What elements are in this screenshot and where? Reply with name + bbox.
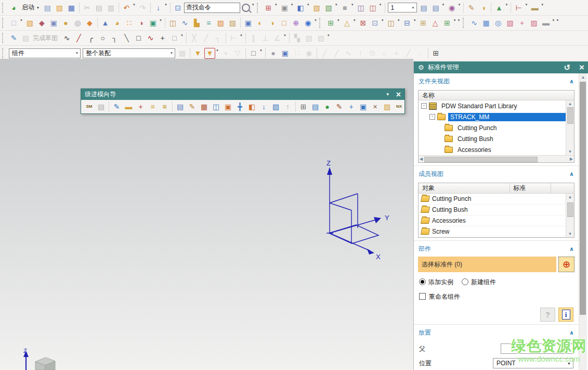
- rotate-view-icon-dropdown[interactable]: ▼: [458, 3, 461, 6]
- panel-titlebar[interactable]: ⚙ 标准件管理 ↺ ×: [414, 61, 588, 73]
- member-vertical-scrollbar[interactable]: ▲ ▼: [566, 194, 574, 237]
- rapid-dimension-icon-dropdown[interactable]: ▼: [240, 34, 243, 37]
- window-layout-icon[interactable]: ⊞: [263, 2, 274, 13]
- hole-icon[interactable]: ▣: [48, 18, 59, 29]
- shaded-object-icon[interactable]: ●: [268, 48, 279, 59]
- profile-icon[interactable]: ∿: [61, 33, 72, 44]
- tree-item-pdw-standard-part-library[interactable]: -PDW Standard Part Library: [419, 100, 566, 111]
- bend-icon[interactable]: ◐: [255, 18, 266, 29]
- ruler-icon[interactable]: ▬: [529, 2, 540, 13]
- sheet-ops-icon-dropdown[interactable]: ▼: [552, 19, 555, 22]
- datum-csys-wireframe[interactable]: Z Y X: [312, 159, 406, 263]
- select-filter-icon[interactable]: ▼: [192, 48, 203, 59]
- view-triad-icon[interactable]: ▲: [493, 2, 504, 13]
- utilities-icon[interactable]: ×: [370, 101, 381, 112]
- replace-face-icon[interactable]: ⊡: [370, 18, 381, 29]
- immersive-view-icon[interactable]: ◫: [368, 2, 378, 13]
- point-set-icon[interactable]: ◉: [303, 18, 313, 29]
- render-style-icon-dropdown[interactable]: ▼: [291, 3, 294, 6]
- point-set-icon-dropdown[interactable]: ▼: [314, 19, 317, 22]
- frame-icon[interactable]: □: [279, 18, 290, 29]
- render-style-icon[interactable]: ▣: [279, 2, 290, 13]
- panel-close-icon[interactable]: ×: [579, 63, 584, 72]
- parent-select[interactable]: ▼: [501, 343, 573, 354]
- offset-curve-icon-dropdown[interactable]: ▼: [180, 34, 184, 37]
- synchronous-add-icon[interactable]: ⊞: [325, 18, 336, 29]
- unbend-icon[interactable]: ◑: [267, 18, 278, 29]
- studio-spline-icon[interactable]: ∿: [145, 33, 156, 44]
- trim-body-icon[interactable]: ◫: [167, 18, 178, 29]
- blank-layout-icon[interactable]: ▬: [123, 101, 134, 112]
- shell-icon[interactable]: ◆: [84, 18, 95, 29]
- new-file-icon[interactable]: ▤: [42, 2, 53, 13]
- member-row-cutting-bush[interactable]: Cutting Bush: [419, 205, 566, 215]
- scroll-up-icon[interactable]: ▲: [579, 73, 587, 80]
- scrap-design-icon[interactable]: +: [135, 101, 146, 112]
- project-copy-icon[interactable]: ▤: [96, 101, 107, 112]
- undo-icon-dropdown[interactable]: ▼: [133, 3, 136, 6]
- folder-view-collapse-icon[interactable]: ∧: [569, 78, 574, 85]
- toolbar-drag-handle[interactable]: [257, 3, 260, 13]
- toolbar-drag-handle[interactable]: [2, 33, 5, 43]
- work-part-icon[interactable]: ▣: [280, 48, 291, 59]
- undo-icon[interactable]: ↶: [121, 2, 132, 13]
- command-search-input[interactable]: [184, 3, 240, 13]
- sheet-ops-icon[interactable]: ▬: [541, 18, 552, 29]
- line-icon[interactable]: ╱: [73, 33, 84, 44]
- start-button[interactable]: 启动▼: [20, 2, 42, 13]
- ruler-icon-dropdown[interactable]: ▼: [541, 3, 544, 6]
- wizard-dropdown-icon[interactable]: ▼: [386, 92, 390, 97]
- show-hide-icon[interactable]: ◫: [356, 2, 367, 13]
- circle-icon[interactable]: ○: [97, 33, 108, 44]
- toolbar-drag-handle[interactable]: [319, 18, 322, 28]
- scroll-up-icon[interactable]: ▲: [568, 101, 572, 106]
- toolbar-drag-handle[interactable]: [2, 48, 5, 58]
- sketch-insert-icon[interactable]: ✎: [187, 101, 198, 112]
- panel-scrollbar[interactable]: ▲: [579, 73, 587, 370]
- material-stack-icon[interactable]: ▧: [382, 101, 393, 112]
- ball-face-icon[interactable]: △: [342, 18, 352, 29]
- layer-settings-icon[interactable]: ▧: [323, 2, 334, 13]
- tree-expander-icon[interactable]: -: [429, 114, 435, 120]
- information-button[interactable]: i: [558, 308, 573, 322]
- offset-curve-icon[interactable]: □: [169, 33, 180, 44]
- orient-view-icon-dropdown[interactable]: ▼: [307, 3, 310, 6]
- blank-nesting-icon[interactable]: ≡: [159, 101, 170, 112]
- section-placement-header[interactable]: 放置 ∧: [414, 325, 579, 339]
- synchronous-more-dropdown[interactable]: ▼: [458, 19, 461, 22]
- fillet-icon[interactable]: ╮: [109, 33, 120, 44]
- chamfer-icon[interactable]: ╲: [121, 33, 132, 44]
- boss-icon[interactable]: ●: [60, 18, 71, 29]
- pattern-feature-icon[interactable]: ∷: [124, 18, 135, 29]
- member-row-cutting-punch[interactable]: Cutting Punch: [419, 194, 566, 205]
- hatch-section-icon[interactable]: ▨: [270, 101, 281, 112]
- draft-icon[interactable]: ◎: [72, 18, 83, 29]
- tree-item-accessories[interactable]: Accessories: [419, 144, 566, 155]
- scroll-down-icon[interactable]: ▼: [568, 232, 572, 236]
- position-select[interactable]: POINT ▼: [493, 358, 573, 368]
- zoom-icon-dropdown[interactable]: ▼: [442, 3, 445, 6]
- punch-insert-icon[interactable]: ◫: [211, 101, 221, 112]
- standard-part-icon[interactable]: ╋: [234, 101, 245, 112]
- layer-settings-icon-dropdown[interactable]: ▼: [335, 3, 338, 6]
- relations-browser-icon-dropdown[interactable]: ▼: [283, 34, 286, 37]
- point-icon[interactable]: +: [157, 33, 168, 44]
- edit-object-display-icon[interactable]: ✎: [466, 2, 477, 13]
- split-body-icon[interactable]: ◫: [386, 18, 397, 29]
- filter-plus-icon-dropdown[interactable]: ▼: [216, 49, 219, 52]
- radio-new-component[interactable]: 新建组件: [462, 278, 496, 287]
- tree-item-cutting-punch[interactable]: Cutting Punch: [419, 122, 566, 133]
- tree-expander-icon[interactable]: -: [421, 103, 427, 109]
- tree-vertical-scrollbar[interactable]: ▲ ▼: [566, 100, 574, 155]
- repeat-command-icon[interactable]: ↓: [153, 2, 164, 13]
- ball-face-icon-dropdown[interactable]: ▼: [353, 19, 356, 22]
- tooling-validation-icon[interactable]: ✎: [334, 101, 345, 112]
- tree-item-strack-mm[interactable]: -STRACK_MM: [419, 111, 566, 122]
- datum-csys-icon[interactable]: ▲: [100, 18, 111, 29]
- zoom-icon[interactable]: ▤: [430, 2, 441, 13]
- strip-layout-icon[interactable]: ≡: [147, 101, 158, 112]
- save-icon[interactable]: ▦: [66, 2, 77, 13]
- scroll-right-icon[interactable]: ▶: [570, 157, 573, 161]
- die-base-icon[interactable]: ▤: [175, 101, 186, 112]
- tree-item-label[interactable]: Cutting Punch: [455, 124, 499, 132]
